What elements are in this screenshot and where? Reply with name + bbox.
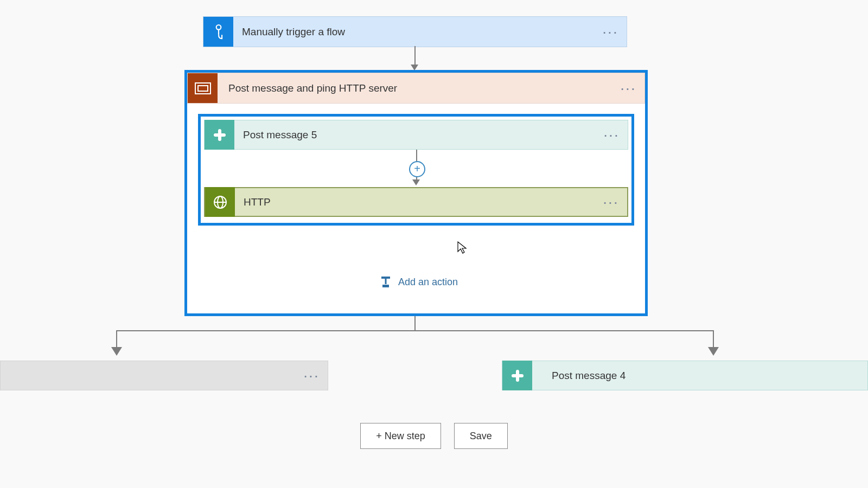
add-action-icon xyxy=(380,276,392,288)
add-action-button[interactable]: Add an action xyxy=(380,276,458,288)
scope-card[interactable]: Post message and ping HTTP server ··· Po… xyxy=(184,70,648,316)
manual-trigger-icon xyxy=(203,17,233,47)
branch-right-card[interactable]: Post message 4 xyxy=(502,361,868,390)
slack-icon xyxy=(502,361,532,390)
save-button[interactable]: Save xyxy=(454,423,508,449)
trigger-label: Manually trigger a flow xyxy=(233,26,594,38)
action-menu-icon[interactable]: ··· xyxy=(595,194,627,211)
scope-title: Post message and ping HTTP server xyxy=(218,82,612,94)
action-label: HTTP xyxy=(235,196,595,208)
slack-icon xyxy=(205,120,234,150)
footer-buttons: + New step Save xyxy=(0,423,868,449)
cursor-icon xyxy=(457,241,467,254)
action-post-message-5[interactable]: Post message 5 ··· xyxy=(204,120,628,150)
trigger-menu-icon[interactable]: ··· xyxy=(594,23,627,41)
action-http[interactable]: HTTP ··· xyxy=(204,187,628,217)
svg-rect-12 xyxy=(516,370,519,382)
arrow-down-icon xyxy=(111,347,122,356)
scope-body: Post message 5 ··· + HTTP ··· xyxy=(198,114,634,226)
add-step-between[interactable]: + xyxy=(409,161,425,177)
connector-line xyxy=(414,46,416,67)
branch-left-menu-icon[interactable]: ··· xyxy=(295,367,328,384)
branch-left-card[interactable]: ··· xyxy=(0,361,328,390)
action-menu-icon[interactable]: ··· xyxy=(595,126,628,144)
action-label: Post message 5 xyxy=(234,129,595,141)
svg-rect-10 xyxy=(382,285,389,287)
add-action-label: Add an action xyxy=(398,277,458,288)
scope-icon xyxy=(188,73,218,103)
connector-line xyxy=(414,316,416,331)
arrow-down-icon xyxy=(708,347,719,356)
scope-header[interactable]: Post message and ping HTTP server ··· xyxy=(187,73,645,104)
trigger-card[interactable]: Manually trigger a flow ··· xyxy=(203,16,627,47)
scope-menu-icon[interactable]: ··· xyxy=(612,80,644,97)
connector-line xyxy=(116,330,714,331)
new-step-button[interactable]: + New step xyxy=(360,423,441,449)
svg-rect-2 xyxy=(198,86,208,91)
svg-point-0 xyxy=(216,25,221,30)
svg-rect-8 xyxy=(381,277,390,279)
http-globe-icon xyxy=(205,187,235,217)
svg-rect-4 xyxy=(218,129,221,141)
branch-right-label: Post message 4 xyxy=(532,370,626,382)
arrow-down-icon xyxy=(412,179,420,185)
